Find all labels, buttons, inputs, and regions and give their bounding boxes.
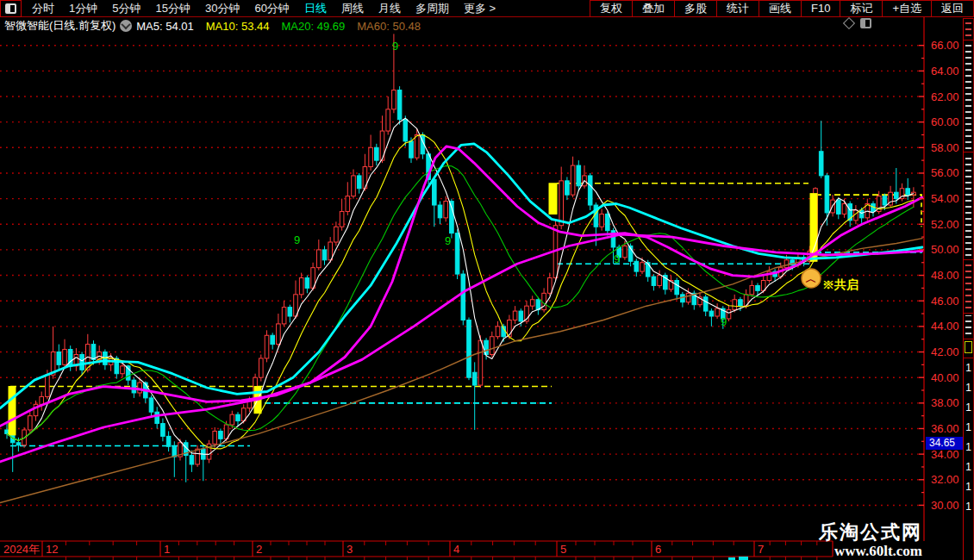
candle-body	[455, 233, 459, 274]
signal-bar	[810, 194, 817, 262]
price-label: 40.00	[931, 371, 959, 384]
toolbar-button-画线[interactable]: 画线	[759, 0, 801, 17]
toolbar-button-多股[interactable]: 多股	[674, 0, 716, 17]
tab-60分钟[interactable]: 60分钟	[254, 1, 289, 16]
period-tabs: 分时1分钟5分钟15分钟30分钟60分钟日线周线月线多周期更多 >	[22, 1, 590, 16]
panel-level-digit: 1	[964, 477, 973, 497]
candle-body	[346, 196, 350, 212]
tab-更多 >[interactable]: 更多 >	[464, 1, 496, 16]
candle-body	[658, 276, 662, 286]
candle-body	[277, 324, 281, 345]
candle-body	[565, 181, 570, 195]
candle-body	[750, 285, 754, 294]
toolbar-button-标记[interactable]: 标记	[840, 0, 882, 17]
candle-body	[675, 280, 679, 294]
price-label: 32.00	[931, 473, 959, 486]
candle-body	[703, 297, 708, 311]
toolbar-button-+自选[interactable]: +自选	[882, 0, 931, 17]
window-layout-button[interactable]	[0, 0, 22, 17]
ma-line-MA20	[7, 165, 914, 440]
candle-body	[438, 205, 442, 218]
candle-body	[357, 176, 361, 189]
panel-toggle-icon[interactable]	[860, 18, 871, 28]
price-label: 38.00	[931, 396, 959, 409]
tab-15分钟[interactable]: 15分钟	[155, 1, 190, 16]
td9-marker: 9	[445, 234, 451, 247]
year-label: 2024年	[3, 543, 40, 556]
candle-body	[490, 337, 495, 355]
candle-body	[472, 372, 477, 385]
signal-flag-glyph: ︿	[806, 272, 817, 285]
toolbar-button-复权[interactable]: 复权	[590, 0, 632, 17]
tab-30分钟[interactable]: 30分钟	[205, 1, 240, 16]
diamond-icon[interactable]	[843, 17, 855, 29]
tab-1分钟[interactable]: 1分钟	[69, 1, 97, 16]
window-split-icon	[5, 3, 16, 14]
month-label: 1	[164, 543, 170, 556]
candle-body	[444, 202, 448, 218]
candle-body	[322, 250, 327, 260]
price-label: 50.00	[931, 243, 959, 256]
candle-body	[236, 414, 240, 420]
candle-body	[519, 311, 523, 321]
candle-body	[213, 431, 217, 444]
ma-legend-value: MA10: 53.44	[206, 20, 270, 33]
candle-body	[433, 179, 437, 205]
candle-body	[121, 366, 125, 374]
candle-body	[375, 147, 379, 160]
signal-bar	[549, 184, 557, 215]
price-label: 64.00	[931, 65, 959, 78]
candle-body	[634, 261, 639, 271]
candlestick-chart: 99999︿※共启66.0064.0062.0060.0058.0056.005…	[0, 0, 974, 560]
tab-周线[interactable]: 周线	[341, 1, 364, 16]
td9-marker: 9	[614, 252, 620, 265]
candle-body	[340, 211, 344, 227]
tab-5分钟[interactable]: 5分钟	[112, 1, 140, 16]
candle-body	[40, 396, 44, 404]
candle-body	[219, 431, 223, 439]
price-label: 66.00	[931, 39, 959, 52]
chevron-down-icon[interactable]	[120, 20, 132, 32]
candle-body	[906, 189, 910, 195]
candle-body	[149, 398, 153, 412]
panel-level-digit: 1	[964, 378, 973, 398]
toolbar-button-返回[interactable]: 返回	[931, 0, 974, 17]
toolbar-buttons: 复权叠加多股统计画线F10标记+自选返回	[590, 0, 974, 17]
tab-分时[interactable]: 分时	[32, 1, 54, 16]
right-panel-edge[interactable]: 11111111	[963, 18, 974, 560]
ma-legend-value: MA20: 49.69	[282, 20, 346, 33]
candle-body	[196, 449, 200, 464]
stock-title: 智微智能(日线.前复权)	[4, 18, 116, 34]
candle-body	[513, 311, 517, 320]
watermark: 乐淘公式网 www.60lt.com	[819, 522, 922, 559]
watermark-site-name: 乐淘公式网	[819, 522, 922, 543]
price-label: 48.00	[931, 269, 959, 282]
candle-body	[259, 358, 264, 377]
tab-日线[interactable]: 日线	[304, 1, 327, 16]
candle-body	[739, 300, 743, 306]
candle-body	[577, 165, 581, 186]
month-label: 7	[758, 543, 764, 556]
tab-月线[interactable]: 月线	[378, 1, 401, 16]
next-pane-sliver	[739, 557, 748, 560]
toolbar-button-统计[interactable]: 统计	[716, 0, 759, 17]
toolbar-button-F10[interactable]: F10	[801, 0, 840, 17]
td9-marker: 9	[721, 315, 727, 328]
tab-多周期[interactable]: 多周期	[415, 1, 449, 16]
candle-body	[733, 300, 737, 310]
candle-body	[756, 285, 760, 290]
candle-body	[623, 246, 627, 257]
candle-body	[548, 278, 553, 294]
candle-body	[478, 340, 483, 385]
candle-body	[271, 335, 275, 344]
candle-body	[588, 176, 592, 205]
price-label: 44.00	[931, 320, 959, 333]
candle-body	[63, 350, 67, 365]
candle-body	[709, 311, 714, 316]
price-label: 30.00	[931, 499, 959, 512]
candle-body	[230, 414, 234, 425]
price-label: 46.00	[931, 295, 959, 308]
candle-body	[600, 214, 604, 227]
panel-level-digit: 1	[964, 398, 973, 418]
toolbar-button-叠加[interactable]: 叠加	[632, 0, 674, 17]
